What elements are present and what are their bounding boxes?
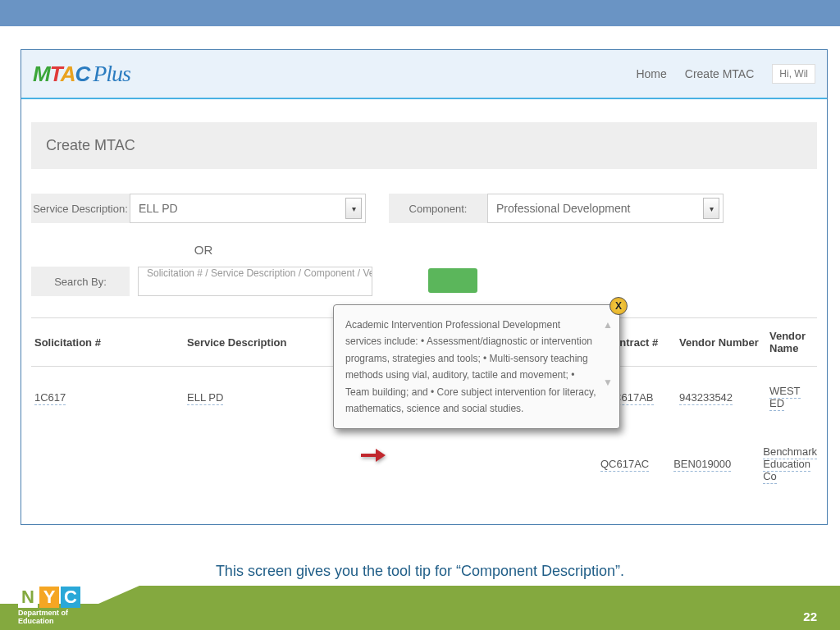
page-title: Create MTAC [31, 122, 817, 169]
logo-m: M [33, 62, 50, 86]
component-label: Component: [389, 194, 487, 223]
or-separator: OR [31, 243, 376, 257]
cell-contract[interactable]: QC617AC [600, 458, 649, 472]
nyc-doe-logo: NYC Department ofEducation [18, 587, 108, 625]
component-field: Component: Professional Development ▾ [389, 194, 724, 223]
logo-letter-c: C [61, 587, 80, 608]
logo-a: A [61, 62, 75, 86]
cell-vendor-name[interactable]: Benchmark Education Co [763, 445, 817, 484]
th-vendor-number: Vendor Number [679, 336, 769, 349]
user-chip[interactable]: Hi, Wil [772, 64, 815, 84]
component-description-tooltip: X ▲ ▼ Academic Intervention Professional… [333, 304, 620, 429]
close-icon[interactable]: X [609, 297, 628, 315]
chevron-up-icon[interactable]: ▲ [603, 317, 613, 333]
service-description-value: ELL PD [139, 202, 178, 215]
app-header: MTACPlus Home Create MTAC Hi, Wil [21, 50, 827, 99]
slide-caption: This screen gives you the tool tip for “… [0, 563, 840, 580]
th-service: Service Description [187, 336, 351, 349]
search-by-label: Search By: [31, 267, 130, 296]
search-input[interactable]: Solicitation # / Service Description / C… [138, 267, 372, 296]
app-frame: MTACPlus Home Create MTAC Hi, Wil Create… [21, 49, 828, 525]
cell-vendor-number[interactable]: BEN019000 [673, 458, 731, 472]
th-vendor-name: Vendor Name [769, 330, 817, 354]
cell-solicitation[interactable]: 1C617 [34, 391, 66, 405]
filters-row: Service Description: ELL PD ▾ Component:… [31, 194, 817, 223]
cell-vendor-number[interactable]: 943233542 [679, 391, 733, 405]
cell-vendor-name[interactable]: WEST ED [769, 385, 801, 411]
logo-c: C [75, 62, 89, 86]
chevron-down-icon[interactable]: ▼ [603, 374, 613, 390]
search-row: Search By: Solicitation # / Service Desc… [31, 267, 817, 296]
table-row: QC617AC BEN019000 Benchmark Education Co [31, 427, 817, 500]
th-solicitation: Solicitation # [31, 336, 187, 349]
footer-decoration [491, 586, 840, 604]
service-description-dropdown[interactable]: ELL PD ▾ [130, 194, 366, 223]
page-number: 22 [803, 609, 817, 623]
chevron-down-icon: ▾ [703, 198, 719, 219]
search-button[interactable] [428, 268, 477, 293]
service-description-field: Service Description: ELL PD ▾ [31, 194, 366, 223]
logo-t: T [50, 62, 61, 86]
nav-home[interactable]: Home [636, 67, 666, 80]
logo-plus: Plus [93, 61, 130, 86]
nav-create-mtac[interactable]: Create MTAC [685, 67, 755, 80]
slide-footer: This screen gives you the tool tip for “… [0, 556, 840, 630]
component-value: Professional Development [496, 202, 630, 215]
cell-service[interactable]: ELL PD [187, 391, 223, 405]
logo-letter-n: N [18, 587, 38, 608]
mtac-plus-logo: MTACPlus [33, 61, 130, 87]
scroll-hints: ▲ ▼ [603, 317, 613, 391]
footer-strip [0, 604, 840, 630]
footer-decoration [98, 586, 492, 604]
chevron-down-icon: ▾ [345, 198, 362, 219]
service-description-label: Service Description: [31, 194, 130, 223]
arrow-right-icon [359, 447, 387, 467]
slide-top-bar [0, 0, 840, 26]
logo-letter-y: Y [39, 587, 59, 608]
tooltip-text: Academic Intervention Professional Devel… [345, 319, 596, 414]
nav-right: Home Create MTAC Hi, Wil [636, 64, 815, 84]
component-dropdown[interactable]: Professional Development ▾ [487, 194, 724, 223]
